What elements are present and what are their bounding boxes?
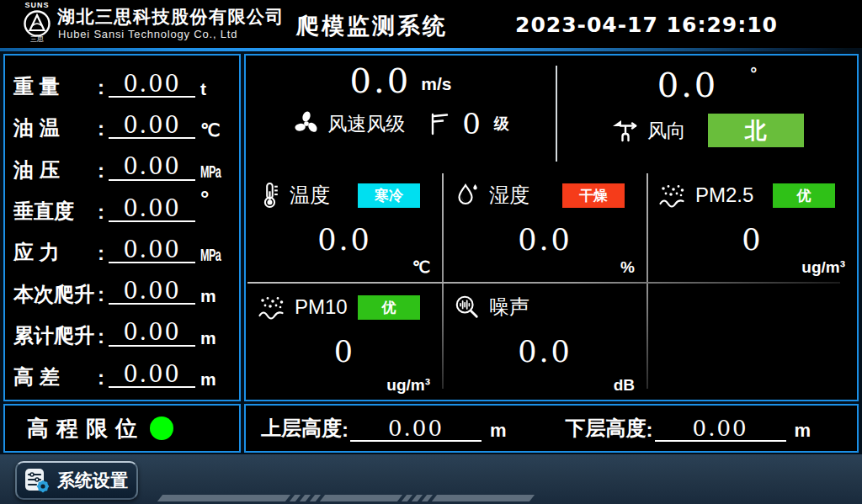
wind-direction-line: 风向 北 bbox=[557, 114, 857, 147]
wind-speed-block: 0.0 m/s 风速风级 bbox=[246, 56, 556, 170]
measure-value: 0.00 bbox=[109, 363, 195, 388]
measure-unit: m bbox=[200, 286, 232, 306]
colon: : bbox=[98, 200, 104, 224]
measure-label: 重 量 bbox=[13, 75, 98, 99]
sensor-name: PM2.5 bbox=[695, 183, 753, 207]
layer-heights-box: 上层高度: 0.00 m 下层高度: 0.00 m bbox=[244, 404, 859, 453]
wind-direction-value-line: 0.0 ° bbox=[557, 64, 857, 102]
lower-height-value: 0.00 bbox=[655, 417, 786, 442]
status-badge: 寒冷 bbox=[358, 183, 420, 208]
status-badge: 优 bbox=[773, 183, 835, 208]
taskbar: 系统设置 bbox=[0, 454, 862, 504]
logo-sansi-text: 三思 bbox=[19, 36, 56, 43]
taskbar-decoration bbox=[160, 495, 532, 501]
sensor-unit: ug/m³ bbox=[801, 258, 845, 277]
sensor-unit: ℃ bbox=[412, 257, 430, 277]
wind-speed-label: 风速风级 bbox=[327, 111, 405, 137]
upper-height-unit: m bbox=[490, 420, 507, 442]
upper-height-label: 上层高度 bbox=[261, 415, 342, 442]
measure-row-stress: 应 力: 0.00 MPa bbox=[13, 228, 232, 265]
particles-icon bbox=[258, 294, 286, 320]
status-badge: 优 bbox=[358, 295, 420, 320]
tile-head: 噪声 bbox=[454, 290, 636, 324]
measure-value: 0.00 bbox=[109, 279, 195, 305]
logo-suns-text: SUNS bbox=[19, 1, 56, 9]
water-drop-icon bbox=[454, 182, 481, 209]
tile-head: PM2.5 优 bbox=[658, 178, 847, 212]
datetime-display: 2023-04-17 16:29:10 bbox=[515, 13, 778, 37]
elevation-limit-status-light bbox=[150, 416, 173, 440]
measure-row-total-climb: 累计爬升: 0.00 m bbox=[13, 311, 232, 348]
fan-icon bbox=[292, 109, 321, 138]
wind-direction-value: 0.0 bbox=[657, 68, 719, 102]
measure-value: 0.00 bbox=[109, 321, 195, 346]
settings-gear-icon bbox=[24, 467, 51, 494]
wind-level-value: 0 bbox=[462, 109, 482, 138]
colon: : bbox=[98, 366, 104, 390]
company-name-cn: 湖北三思科技股份有限公司 bbox=[57, 5, 285, 29]
header-accent-line bbox=[0, 48, 849, 51]
wind-section: 0.0 m/s 风速风级 bbox=[246, 56, 857, 170]
system-settings-button[interactable]: 系统设置 bbox=[15, 461, 138, 500]
measure-label: 油 压 bbox=[13, 158, 98, 183]
colon: : bbox=[98, 241, 104, 265]
colon: : bbox=[646, 418, 653, 442]
wind-level-unit: 级 bbox=[494, 114, 509, 134]
lower-height-label: 下层高度 bbox=[566, 415, 646, 442]
sensor-unit: % bbox=[620, 258, 635, 277]
lower-height-group: 下层高度: 0.00 m bbox=[566, 415, 811, 442]
measure-label: 应 力 bbox=[13, 241, 98, 265]
header-bar: SUNS 三思 湖北三思科技股份有限公司 Hubei Sansi Technol… bbox=[0, 0, 862, 48]
measure-label: 累计爬升 bbox=[13, 324, 98, 348]
wind-vane-icon bbox=[610, 118, 641, 143]
measure-value: 0.00 bbox=[109, 238, 195, 263]
measure-value: 0.00 bbox=[109, 114, 195, 139]
measurements-panel: 重 量: 0.00 t 油 温: 0.00 ℃ 油 压: 0.00 MPa 垂直… bbox=[3, 54, 241, 401]
measure-label: 垂直度 bbox=[13, 199, 98, 224]
wind-direction-label: 风向 bbox=[647, 118, 686, 144]
measure-row-oil-temp: 油 温: 0.00 ℃ bbox=[13, 103, 232, 141]
wind-direction-block: 0.0 ° 风向 北 bbox=[557, 56, 857, 170]
sensor-name: 湿度 bbox=[489, 182, 529, 209]
sensor-unit: ug/m³ bbox=[386, 376, 430, 395]
colon: : bbox=[98, 76, 104, 99]
tile-pm10: PM10 优 0 ug/m³ bbox=[246, 282, 442, 400]
tile-head: 温度 寒冷 bbox=[258, 178, 432, 212]
particles-icon bbox=[658, 183, 687, 208]
colon: : bbox=[342, 418, 349, 442]
measure-row-height-diff: 高 差: 0.00 m bbox=[13, 353, 232, 390]
tile-empty bbox=[646, 282, 857, 400]
sensor-value: 0.0 bbox=[454, 337, 636, 367]
wind-speed-unit: m/s bbox=[421, 74, 451, 94]
colon: : bbox=[98, 283, 104, 306]
tile-head: PM10 优 bbox=[258, 290, 432, 324]
measure-value: 0.00 bbox=[109, 197, 195, 222]
measure-row-verticality: 垂直度: 0.00 ° bbox=[13, 187, 232, 224]
wind-direction-unit: ° bbox=[750, 64, 757, 83]
sensor-name: PM10 bbox=[295, 295, 348, 319]
system-settings-label: 系统设置 bbox=[57, 469, 128, 492]
tile-head: 湿度 干燥 bbox=[454, 178, 636, 212]
company-logo: SUNS 三思 bbox=[19, 1, 56, 47]
sensor-value: 0 bbox=[258, 337, 432, 367]
company-logo-icon bbox=[23, 9, 51, 38]
elevation-limit-box: 高程限位 bbox=[3, 404, 241, 453]
lower-height-unit: m bbox=[795, 420, 811, 442]
sound-magnifier-icon bbox=[454, 294, 481, 321]
measure-unit: MPa bbox=[200, 245, 220, 265]
measure-row-current-climb: 本次爬升: 0.00 m bbox=[13, 269, 232, 306]
sensor-value: 0.0 bbox=[258, 225, 432, 255]
measure-unit: MPa bbox=[200, 162, 220, 182]
tile-temperature: 温度 寒冷 0.0 ℃ bbox=[246, 170, 442, 282]
measure-unit: m bbox=[200, 328, 232, 348]
measure-label: 本次爬升 bbox=[13, 283, 98, 307]
sensor-unit: dB bbox=[614, 376, 635, 395]
measure-row-weight: 重 量: 0.00 t bbox=[13, 62, 232, 99]
measure-label: 高 差 bbox=[13, 365, 98, 390]
sensor-value: 0.0 bbox=[454, 225, 636, 255]
measure-value: 0.00 bbox=[109, 72, 195, 98]
thermometer-icon bbox=[258, 180, 281, 210]
colon: : bbox=[98, 159, 104, 183]
sensor-value: 0 bbox=[658, 225, 847, 255]
wind-level-flag-icon bbox=[427, 111, 449, 136]
